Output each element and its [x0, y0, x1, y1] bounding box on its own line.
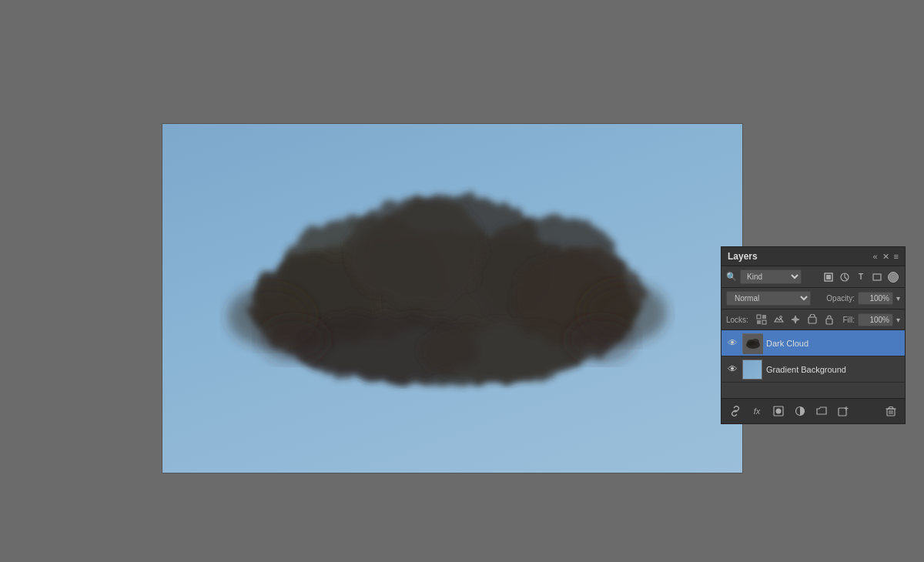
svg-rect-17 [757, 315, 761, 319]
filter-pixel-icon[interactable] [822, 270, 835, 284]
layer-thumb-dark-cloud [742, 333, 762, 353]
new-group-btn[interactable] [814, 403, 829, 419]
fill-chevron[interactable]: ▾ [896, 316, 900, 324]
filter-adjustment-icon[interactable] [838, 270, 852, 284]
cloud-layer [193, 186, 694, 409]
svg-point-12 [567, 316, 636, 363]
svg-point-11 [259, 316, 328, 363]
blend-opacity-row: Normal Dissolve Multiply Screen Overlay … [721, 288, 905, 309]
svg-point-6 [347, 197, 486, 305]
menu-icon[interactable]: ≡ [894, 252, 899, 261]
opacity-chevron[interactable]: ▾ [896, 294, 900, 303]
blend-mode-select[interactable]: Normal Dissolve Multiply Screen Overlay [726, 291, 811, 306]
svg-point-30 [752, 339, 759, 345]
eye-icon-gradient-bg[interactable]: 👁 [726, 363, 738, 376]
layer-item-dark-cloud[interactable]: 👁 Dark Cloud [721, 330, 905, 356]
eye-icon-dark-cloud[interactable]: 👁 [726, 337, 738, 350]
filter-shape-icon[interactable] [870, 270, 884, 284]
layers-panel-header: Layers « ✕ ≡ [721, 247, 905, 266]
svg-rect-25 [808, 317, 816, 323]
svg-point-21 [779, 316, 782, 319]
svg-rect-14 [826, 275, 831, 279]
layer-thumb-gradient-bg [742, 360, 762, 380]
fill-input[interactable] [858, 313, 893, 326]
svg-rect-19 [757, 320, 761, 324]
opacity-label: Opacity: [826, 294, 855, 303]
filter-row: 🔍 Kind Name Effect Mode Attribute Color … [721, 266, 905, 288]
add-adjustment-btn[interactable] [792, 403, 808, 419]
add-mask-btn[interactable] [771, 403, 786, 419]
link-layers-btn[interactable] [728, 403, 743, 419]
filter-type-icon[interactable]: T [854, 270, 868, 284]
layers-bottom-toolbar: fx [721, 398, 905, 423]
svg-point-32 [776, 409, 782, 414]
layer-name-gradient-bg: Gradient Background [766, 365, 900, 374]
locks-label: Locks: [726, 316, 748, 324]
opacity-input[interactable] [858, 292, 893, 305]
layers-title: Layers [728, 251, 758, 262]
lock-image-btn[interactable] [772, 313, 785, 326]
svg-rect-20 [762, 315, 766, 319]
svg-rect-16 [873, 274, 881, 280]
layer-name-dark-cloud: Dark Cloud [766, 339, 900, 348]
fill-label: Fill: [842, 316, 855, 324]
lock-all-btn[interactable] [822, 313, 836, 326]
delete-layer-btn[interactable] [883, 403, 899, 419]
lock-artboard-btn[interactable] [805, 313, 819, 326]
search-icon: 🔍 [726, 272, 737, 282]
lock-position-btn[interactable] [788, 313, 802, 326]
fx-btn[interactable]: fx [749, 403, 765, 419]
layers-panel: Layers « ✕ ≡ 🔍 Kind Name Effect Mode Att… [721, 246, 906, 424]
lock-row: Locks: Fill: ▾ [721, 309, 905, 330]
filter-smartobj-icon[interactable] [886, 270, 900, 284]
collapse-icon[interactable]: « [872, 252, 877, 261]
svg-rect-34 [839, 408, 846, 416]
workspace: Layers « ✕ ≡ 🔍 Kind Name Effect Mode Att… [0, 0, 924, 562]
svg-rect-26 [826, 319, 832, 324]
svg-rect-18 [762, 320, 766, 324]
svg-point-8 [417, 320, 586, 382]
filter-kind-select[interactable]: Kind Name Effect Mode Attribute Color [740, 269, 802, 284]
canvas [162, 123, 743, 473]
close-icon[interactable]: ✕ [882, 252, 889, 262]
new-layer-btn[interactable] [835, 403, 851, 419]
layer-item-gradient-bg[interactable]: 👁 Gradient Background [721, 356, 905, 383]
lock-transparent-btn[interactable] [755, 313, 768, 326]
